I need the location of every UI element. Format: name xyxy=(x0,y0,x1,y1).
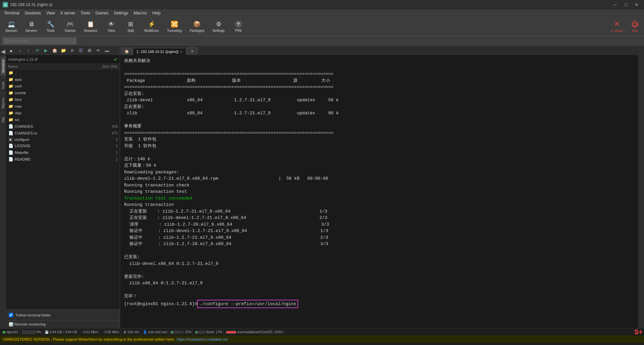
file-delete-button[interactable]: ▬ xyxy=(103,47,111,54)
list-item[interactable]: 📁 conf xyxy=(6,83,120,90)
close-button[interactable]: ✕ xyxy=(632,0,641,9)
term-line: 正在更新: xyxy=(124,104,634,110)
status-upload: ↑ 0.01 Mb/s xyxy=(79,329,100,336)
file-settings-button[interactable]: ⚙ xyxy=(86,47,93,54)
sessions-button[interactable]: 📋 Sessions xyxy=(81,19,100,34)
settings-icon: ⚙ xyxy=(215,20,223,28)
file-script-button[interactable]: ✏ xyxy=(95,47,102,54)
mobatek-link[interactable]: https://mobaxterm.mobatek.net xyxy=(177,337,228,341)
sidebar-tab-sessions[interactable]: Sessions xyxy=(1,57,6,76)
menu-macros[interactable]: Macros xyxy=(131,9,150,17)
exit-button[interactable]: ⏻ Exit xyxy=(629,18,641,34)
term-line xyxy=(124,149,634,156)
split-button[interactable]: ⊞ Split xyxy=(122,19,139,34)
tab-session1[interactable]: 2. 192.168.10.31 ([nginx]) ✕ xyxy=(133,48,186,55)
list-item[interactable]: 📄 LICENSE 1 xyxy=(6,142,120,149)
menu-tools[interactable]: Tools xyxy=(78,9,93,17)
list-item[interactable]: 📄 CHANGES.ru 472 xyxy=(6,130,120,136)
list-item[interactable]: ■ configure 2 xyxy=(6,136,120,142)
tools-button[interactable]: 🔧 Tools xyxy=(42,19,59,34)
status-disk2: /boot: 17% xyxy=(194,329,224,336)
games-icon: 🎮 xyxy=(66,20,74,28)
list-item[interactable]: 📄 README 1 xyxy=(6,156,120,163)
term-line: 总下载量：50 k xyxy=(124,162,634,169)
xserver-button[interactable]: ✕ X server xyxy=(608,18,626,34)
multiexec-button[interactable]: ⚡ MultiExec xyxy=(142,19,162,34)
ram-icon: 💾 xyxy=(45,330,49,334)
sidebar-tab-macros[interactable]: Macros xyxy=(1,95,6,111)
servers-button[interactable]: 🖥 Servers xyxy=(23,19,40,34)
list-item[interactable]: 📁 html xyxy=(6,96,120,103)
file-download-button[interactable]: ↓ xyxy=(16,47,23,54)
term-line: 总计：140 k xyxy=(124,156,634,163)
menu-terminal[interactable]: Terminal xyxy=(1,9,22,17)
sidebar-tab-tools[interactable]: Tools xyxy=(1,79,6,92)
term-line: Downloading packages: xyxy=(124,169,634,176)
status-disk3: /run/media/root/CentOS: 100% xyxy=(225,329,285,336)
file-text-button[interactable]: A xyxy=(68,47,76,54)
folder-icon: 📁 xyxy=(8,104,13,109)
quick-connect-input[interactable] xyxy=(3,38,76,44)
list-item[interactable]: 📁 .. xyxy=(6,69,120,76)
file-refresh-button[interactable]: ⟳ xyxy=(34,47,41,54)
app-icon: 🖥 xyxy=(3,2,8,7)
right-tab[interactable]: ⋮ xyxy=(639,46,644,54)
view-button[interactable]: 👁 View xyxy=(103,19,120,34)
remote-monitoring-link[interactable]: 📊 Remote monitoring xyxy=(9,322,46,327)
packages-button[interactable]: 📦 Packages xyxy=(187,19,207,34)
file-icon: 📄 xyxy=(8,150,13,155)
status-host-text: nginx01 xyxy=(6,330,18,334)
list-item[interactable]: 📄 CHANGES 309 xyxy=(6,123,120,130)
tab-add[interactable]: + xyxy=(187,47,197,55)
file-select-button[interactable]: ☰ xyxy=(77,47,85,54)
col-name-header: Name xyxy=(8,64,94,68)
follow-folder-label[interactable]: Follow terminal folder xyxy=(16,313,51,317)
sessions-icon: 📋 xyxy=(87,20,95,28)
minimize-button[interactable]: ─ xyxy=(610,0,620,9)
term-line: zlib-devel x86_64 1.2.7-21.el7_9 updates… xyxy=(124,97,634,104)
sidebar-tabs: ◀ Sessions Tools Macros Slip xyxy=(0,46,6,328)
terminal-content[interactable]: 依赖关系解决 =================================… xyxy=(120,55,638,328)
menu-games[interactable]: Games xyxy=(93,9,111,17)
menu-xserver[interactable]: X server xyxy=(58,9,78,17)
list-item[interactable]: 📁 man xyxy=(6,103,120,110)
list-item[interactable]: 📁 auto xyxy=(6,76,120,83)
list-item[interactable]: 📁 objs xyxy=(6,110,120,116)
list-item[interactable]: 📁 contrib xyxy=(6,90,120,96)
window-title: 192.168.10.31 (nginx x) xyxy=(10,2,52,7)
maximize-button[interactable]: □ xyxy=(621,0,631,9)
session-button[interactable]: 💻 Session xyxy=(3,19,20,34)
term-line: Running transaction check xyxy=(124,182,634,189)
file-upload-button[interactable]: ↑ xyxy=(25,47,32,54)
tunneling-button[interactable]: 🔀 Tunneling xyxy=(164,19,184,34)
menu-view[interactable]: View xyxy=(44,9,58,17)
packages-icon: 📦 xyxy=(193,20,201,28)
path-ok-icon: ✔ xyxy=(114,57,118,62)
terminal-area: 🏠 2. 192.168.10.31 ([nginx]) ✕ + 依赖关系解决 … xyxy=(120,46,638,328)
collapse-button[interactable]: ◀ xyxy=(0,47,6,56)
settings-button[interactable]: ⚙ Settings xyxy=(210,19,227,34)
tab-close-button[interactable]: ✕ xyxy=(180,50,182,54)
status-user: 👤 root root root xyxy=(142,329,169,336)
file-home-button[interactable]: 🏠 xyxy=(51,47,58,54)
list-item[interactable]: 📁 src xyxy=(6,116,120,123)
list-item[interactable]: 📄 Makefile 1 xyxy=(6,149,120,156)
file-up-button[interactable]: ▲ xyxy=(7,47,15,54)
menu-help[interactable]: Help xyxy=(150,9,163,17)
menu-sessions[interactable]: Sessions xyxy=(22,9,44,17)
file-icon: ■ xyxy=(8,137,13,142)
tab-home[interactable]: 🏠 xyxy=(121,48,132,55)
file-new-button[interactable]: 📁 xyxy=(60,47,67,54)
ram-text: 0.84 GB / 3.84 GB xyxy=(50,330,77,334)
menu-settings[interactable]: Settings xyxy=(111,9,131,17)
file-panel: ▲ ↓ ↑ ⟳ ▶ 🏠 📁 A ☰ ⚙ ✏ ▬ /root/nginx-1.21… xyxy=(6,46,120,328)
follow-folder-checkbox[interactable] xyxy=(9,313,13,317)
sidebar-tab-slip[interactable]: Slip xyxy=(1,114,6,125)
status-monitor: 🖥 106 min xyxy=(122,329,141,336)
help-button[interactable]: ? Help xyxy=(230,19,247,34)
user-text: root root root xyxy=(148,330,167,334)
file-exec-button[interactable]: ▶ xyxy=(42,47,50,54)
games-button[interactable]: 🎮 Games xyxy=(62,19,78,34)
disk1-bar xyxy=(171,331,181,334)
status-host: nginx01 xyxy=(1,329,20,336)
